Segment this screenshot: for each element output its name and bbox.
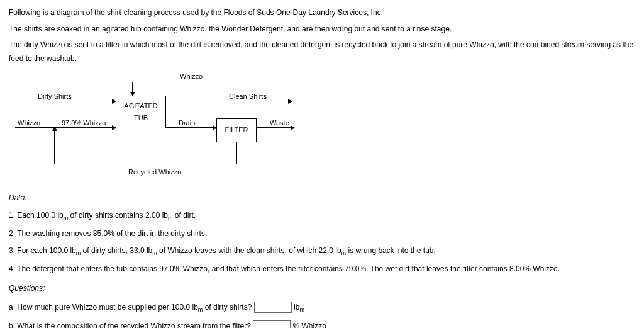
intro-line-3: The dirty Whizzo is sent to a filter in … xyxy=(9,38,635,65)
line xyxy=(15,127,116,128)
data-item-4: 4. The detergent that enters the tub con… xyxy=(9,263,635,276)
data-list: 1. Each 100.0 lbm of dirty shirts contai… xyxy=(9,209,635,276)
line xyxy=(132,82,133,96)
line xyxy=(54,164,236,164)
line xyxy=(54,127,55,164)
answer-b-input[interactable] xyxy=(253,320,291,328)
data-item-2: 2. The washing removes 85.0% of the dirt… xyxy=(9,227,635,241)
questions-title: Questions: xyxy=(9,282,635,296)
label-drain: Drain xyxy=(179,117,195,130)
question-a: a. How much pure Whizzo must be supplied… xyxy=(9,301,635,315)
data-item-3: 3. For each 100.0 lbm of dirty shirts, 3… xyxy=(9,244,635,259)
label-clean-shirts: Clean Shirts xyxy=(229,91,267,103)
line xyxy=(132,82,191,82)
process-diagram: Whizzo Dirty Shirts AGITATED TUB Whizzo … xyxy=(9,71,386,184)
line xyxy=(15,101,116,101)
answer-a-input[interactable] xyxy=(254,302,292,313)
box-filter: FILTER xyxy=(216,118,257,142)
intro-line-2: The shirts are soaked in an agitated tub… xyxy=(9,23,635,37)
question-b: b. What is the composition of the recycl… xyxy=(9,320,635,328)
unit-b: % Whizzo xyxy=(293,322,326,328)
intro-text: Following is a diagram of the shirt-clea… xyxy=(9,6,635,65)
intro-line-1: Following is a diagram of the shirt-clea… xyxy=(9,6,635,20)
line xyxy=(236,142,237,164)
data-item-1: 1. Each 100.0 lbm of dirty shirts contai… xyxy=(9,209,635,223)
label-whizzo-top: Whizzo xyxy=(180,71,203,83)
label-waste: Waste xyxy=(270,117,289,130)
label-recycled: Recycled Whizzo xyxy=(128,166,181,179)
box-agitated-tub: AGITATED TUB xyxy=(116,96,166,128)
unit-a: lbm xyxy=(294,303,304,312)
data-title: Data: xyxy=(9,191,635,205)
